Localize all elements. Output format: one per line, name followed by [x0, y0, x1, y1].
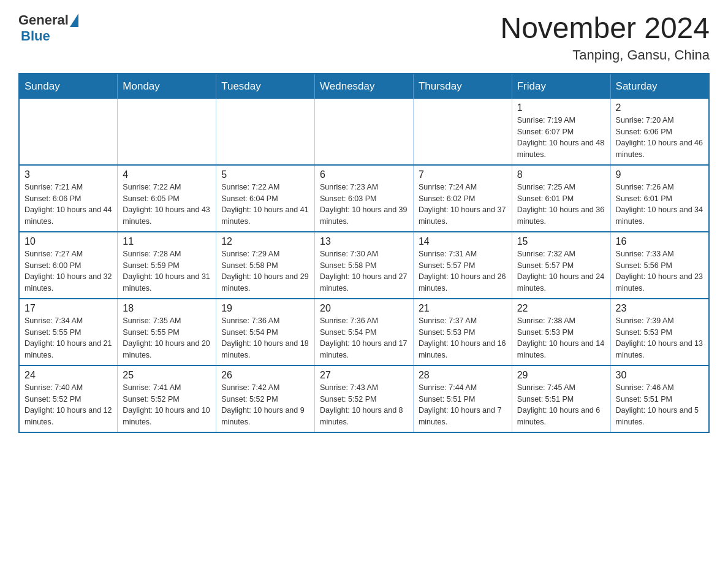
month-title: November 2024: [500, 12, 710, 45]
day-info: Sunrise: 7:29 AMSunset: 5:58 PMDaylight:…: [221, 248, 309, 294]
day-number: 3: [25, 169, 112, 180]
day-number: 11: [123, 236, 211, 247]
calendar-day-cell: 21Sunrise: 7:37 AMSunset: 5:53 PMDayligh…: [413, 299, 512, 366]
calendar-week-row: 10Sunrise: 7:27 AMSunset: 6:00 PMDayligh…: [19, 232, 709, 299]
day-number: 25: [123, 370, 211, 381]
day-info: Sunrise: 7:37 AMSunset: 5:53 PMDaylight:…: [419, 315, 507, 361]
day-info: Sunrise: 7:36 AMSunset: 5:54 PMDaylight:…: [320, 315, 408, 361]
calendar-day-cell: 24Sunrise: 7:40 AMSunset: 5:52 PMDayligh…: [19, 366, 118, 432]
day-info: Sunrise: 7:33 AMSunset: 5:56 PMDaylight:…: [616, 248, 703, 294]
day-info: Sunrise: 7:39 AMSunset: 5:53 PMDaylight:…: [616, 315, 703, 361]
weekday-header-sunday: Sunday: [19, 74, 118, 99]
day-number: 7: [419, 169, 507, 180]
calendar-day-cell: [413, 99, 512, 165]
calendar-table: SundayMondayTuesdayWednesdayThursdayFrid…: [18, 73, 710, 433]
day-info: Sunrise: 7:30 AMSunset: 5:58 PMDaylight:…: [320, 248, 408, 294]
calendar-day-cell: 23Sunrise: 7:39 AMSunset: 5:53 PMDayligh…: [610, 299, 709, 366]
day-number: 18: [123, 303, 211, 314]
day-info: Sunrise: 7:22 AMSunset: 6:05 PMDaylight:…: [123, 182, 211, 228]
calendar-week-row: 3Sunrise: 7:21 AMSunset: 6:06 PMDaylight…: [19, 165, 709, 232]
weekday-header-wednesday: Wednesday: [315, 74, 414, 99]
day-number: 28: [419, 370, 507, 381]
logo-triangle-icon: [70, 13, 78, 27]
calendar-day-cell: 4Sunrise: 7:22 AMSunset: 6:05 PMDaylight…: [118, 165, 216, 232]
calendar-day-cell: [315, 99, 414, 165]
day-number: 23: [616, 303, 703, 314]
calendar-day-cell: 14Sunrise: 7:31 AMSunset: 5:57 PMDayligh…: [413, 232, 512, 299]
day-number: 4: [123, 169, 211, 180]
day-info: Sunrise: 7:22 AMSunset: 6:04 PMDaylight:…: [221, 182, 309, 228]
calendar-day-cell: 27Sunrise: 7:43 AMSunset: 5:52 PMDayligh…: [315, 366, 414, 432]
day-number: 10: [25, 236, 112, 247]
day-number: 17: [25, 303, 112, 314]
day-info: Sunrise: 7:45 AMSunset: 5:51 PMDaylight:…: [517, 382, 605, 428]
day-info: Sunrise: 7:35 AMSunset: 5:55 PMDaylight:…: [123, 315, 211, 361]
day-info: Sunrise: 7:23 AMSunset: 6:03 PMDaylight:…: [320, 182, 408, 228]
day-info: Sunrise: 7:41 AMSunset: 5:52 PMDaylight:…: [123, 382, 211, 428]
calendar-day-cell: 20Sunrise: 7:36 AMSunset: 5:54 PMDayligh…: [315, 299, 414, 366]
day-info: Sunrise: 7:31 AMSunset: 5:57 PMDaylight:…: [419, 248, 507, 294]
calendar-day-cell: 16Sunrise: 7:33 AMSunset: 5:56 PMDayligh…: [610, 232, 709, 299]
day-number: 13: [320, 236, 408, 247]
day-number: 29: [517, 370, 605, 381]
day-info: Sunrise: 7:24 AMSunset: 6:02 PMDaylight:…: [419, 182, 507, 228]
day-info: Sunrise: 7:40 AMSunset: 5:52 PMDaylight:…: [25, 382, 112, 428]
weekday-header-friday: Friday: [512, 74, 610, 99]
calendar-day-cell: 2Sunrise: 7:20 AMSunset: 6:06 PMDaylight…: [610, 99, 709, 165]
day-number: 14: [419, 236, 507, 247]
calendar-day-cell: [19, 99, 118, 165]
calendar-day-cell: [118, 99, 216, 165]
day-info: Sunrise: 7:38 AMSunset: 5:53 PMDaylight:…: [517, 315, 605, 361]
day-info: Sunrise: 7:26 AMSunset: 6:01 PMDaylight:…: [616, 182, 703, 228]
calendar-day-cell: [216, 99, 315, 165]
day-number: 19: [221, 303, 309, 314]
calendar-header-row: SundayMondayTuesdayWednesdayThursdayFrid…: [19, 74, 709, 99]
location-title: Tanping, Gansu, China: [500, 47, 710, 63]
calendar-day-cell: 9Sunrise: 7:26 AMSunset: 6:01 PMDaylight…: [610, 165, 709, 232]
calendar-day-cell: 10Sunrise: 7:27 AMSunset: 6:00 PMDayligh…: [19, 232, 118, 299]
day-number: 15: [517, 236, 605, 247]
calendar-day-cell: 13Sunrise: 7:30 AMSunset: 5:58 PMDayligh…: [315, 232, 414, 299]
day-info: Sunrise: 7:20 AMSunset: 6:06 PMDaylight:…: [616, 115, 703, 161]
day-number: 27: [320, 370, 408, 381]
day-number: 26: [221, 370, 309, 381]
day-number: 22: [517, 303, 605, 314]
day-number: 30: [616, 370, 703, 381]
weekday-header-thursday: Thursday: [413, 74, 512, 99]
page-header: General Blue November 2024 Tanping, Gans…: [18, 12, 710, 63]
weekday-header-saturday: Saturday: [610, 74, 709, 99]
calendar-day-cell: 25Sunrise: 7:41 AMSunset: 5:52 PMDayligh…: [118, 366, 216, 432]
weekday-header-monday: Monday: [118, 74, 216, 99]
calendar-week-row: 1Sunrise: 7:19 AMSunset: 6:07 PMDaylight…: [19, 99, 709, 165]
day-number: 24: [25, 370, 112, 381]
calendar-day-cell: 30Sunrise: 7:46 AMSunset: 5:51 PMDayligh…: [610, 366, 709, 432]
calendar-day-cell: 26Sunrise: 7:42 AMSunset: 5:52 PMDayligh…: [216, 366, 315, 432]
calendar-day-cell: 17Sunrise: 7:34 AMSunset: 5:55 PMDayligh…: [19, 299, 118, 366]
calendar-day-cell: 3Sunrise: 7:21 AMSunset: 6:06 PMDaylight…: [19, 165, 118, 232]
calendar-day-cell: 1Sunrise: 7:19 AMSunset: 6:07 PMDaylight…: [512, 99, 610, 165]
calendar-day-cell: 5Sunrise: 7:22 AMSunset: 6:04 PMDaylight…: [216, 165, 315, 232]
calendar-week-row: 24Sunrise: 7:40 AMSunset: 5:52 PMDayligh…: [19, 366, 709, 432]
day-number: 5: [221, 169, 309, 180]
calendar-day-cell: 6Sunrise: 7:23 AMSunset: 6:03 PMDaylight…: [315, 165, 414, 232]
day-number: 6: [320, 169, 408, 180]
weekday-header-tuesday: Tuesday: [216, 74, 315, 99]
logo-top: General: [18, 12, 78, 28]
day-info: Sunrise: 7:21 AMSunset: 6:06 PMDaylight:…: [25, 182, 112, 228]
day-number: 1: [517, 102, 605, 113]
title-block: November 2024 Tanping, Gansu, China: [500, 12, 710, 63]
day-info: Sunrise: 7:25 AMSunset: 6:01 PMDaylight:…: [517, 182, 605, 228]
day-number: 8: [517, 169, 605, 180]
calendar-day-cell: 15Sunrise: 7:32 AMSunset: 5:57 PMDayligh…: [512, 232, 610, 299]
day-info: Sunrise: 7:44 AMSunset: 5:51 PMDaylight:…: [419, 382, 507, 428]
day-info: Sunrise: 7:19 AMSunset: 6:07 PMDaylight:…: [517, 115, 605, 161]
day-number: 20: [320, 303, 408, 314]
day-info: Sunrise: 7:28 AMSunset: 5:59 PMDaylight:…: [123, 248, 211, 294]
day-number: 2: [616, 102, 703, 113]
day-number: 12: [221, 236, 309, 247]
calendar-day-cell: 28Sunrise: 7:44 AMSunset: 5:51 PMDayligh…: [413, 366, 512, 432]
calendar-day-cell: 12Sunrise: 7:29 AMSunset: 5:58 PMDayligh…: [216, 232, 315, 299]
logo-general-text: General: [18, 12, 69, 28]
calendar-day-cell: 7Sunrise: 7:24 AMSunset: 6:02 PMDaylight…: [413, 165, 512, 232]
day-number: 9: [616, 169, 703, 180]
